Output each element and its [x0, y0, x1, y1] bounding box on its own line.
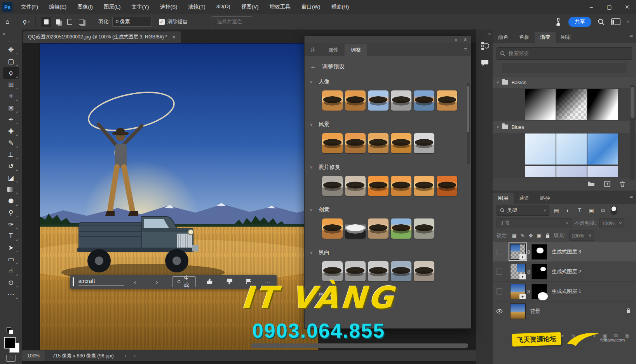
hidden-eye-checkbox[interactable]: [496, 269, 502, 275]
status-chevron-icon[interactable]: ›: [121, 353, 130, 359]
document-tab[interactable]: QQ截图20230519030002.jpg @ 100% (生成式图层 3, …: [23, 31, 181, 43]
preset-thumbnail-照片修复-5[interactable]: [414, 176, 434, 196]
next-variation-button[interactable]: ›: [146, 279, 168, 285]
layer-row-背景[interactable]: 背景: [493, 302, 636, 321]
gradient-swatch-blues-3[interactable]: [587, 133, 618, 165]
version-history-icon[interactable]: [479, 40, 491, 52]
menu-滤镜(T)[interactable]: 滤镜(T): [184, 2, 210, 12]
crop-tool[interactable]: ⌗: [3, 90, 19, 102]
gradients-menu-icon[interactable]: ≡: [630, 33, 633, 39]
type-tool[interactable]: T: [3, 230, 19, 242]
preset-thumbnail-风景-1[interactable]: [322, 133, 343, 153]
share-button[interactable]: 共享: [568, 17, 591, 27]
preset-thumbnail-创意-5[interactable]: [414, 218, 434, 239]
layer-mask-thumbnail[interactable]: [531, 264, 547, 279]
gradient-swatch-basics-1[interactable]: [525, 89, 556, 120]
layer-mask-thumbnail[interactable]: [531, 244, 547, 260]
scrollbar-thumb[interactable]: [251, 343, 468, 348]
gradient-swatch-basics-2[interactable]: [556, 89, 587, 120]
dodge-tool[interactable]: ⚲: [3, 207, 19, 218]
menu-文字(Y)[interactable]: 文字(Y): [127, 2, 154, 12]
visibility-cell[interactable]: [493, 282, 506, 301]
panel-scrollbar[interactable]: [467, 83, 470, 164]
layer-row-生成式图层 3[interactable]: ✦8生成式图层 3: [493, 242, 636, 262]
hidden-eye-checkbox[interactable]: [496, 288, 502, 295]
lock-position-icon[interactable]: ✥: [529, 233, 533, 239]
menu-3D(D)[interactable]: 3D(D): [212, 2, 235, 12]
filter-smart-objects-icon[interactable]: ⧉: [598, 207, 608, 214]
chevron-down-icon[interactable]: ˅: [627, 20, 629, 24]
menu-增效工具[interactable]: 增效工具: [265, 2, 295, 12]
category-header-创意[interactable]: ˅创意: [310, 202, 465, 218]
back-arrow-icon[interactable]: ←: [310, 62, 317, 70]
preset-thumbnail-风景-3[interactable]: [368, 133, 389, 153]
workspace-icon[interactable]: [611, 18, 620, 25]
menu-视图(V)[interactable]: 视图(V): [237, 2, 263, 12]
preset-thumbnail-风景-4[interactable]: [391, 133, 411, 153]
layers-tab-3[interactable]: 路径: [535, 193, 556, 204]
visibility-cell[interactable]: [493, 262, 506, 281]
preset-thumbnail-黑白-3[interactable]: [368, 261, 389, 281]
gradient-swatch-blues-1[interactable]: [525, 133, 556, 165]
preset-thumbnail-创意-3[interactable]: [368, 218, 389, 239]
preset-thumbnail-照片修复-3[interactable]: [368, 176, 389, 196]
gradients-tab-2[interactable]: 色板: [514, 32, 535, 43]
feather-input[interactable]: 0 像素: [112, 17, 152, 27]
layer-row-生成式图层 2[interactable]: ✦8生成式图层 2: [493, 262, 636, 282]
gradients-tab-3[interactable]: 渐变: [535, 32, 556, 43]
category-header-人像[interactable]: ˅人像: [310, 74, 465, 90]
zoom-level[interactable]: 100%: [22, 350, 45, 361]
frame-tool[interactable]: ⊠: [3, 102, 19, 114]
adjustments-tab-2[interactable]: 属性: [322, 44, 345, 56]
new-gradient-icon[interactable]: [604, 181, 610, 187]
filter-adjustment-layers-icon[interactable]: ◐: [563, 207, 573, 213]
gradients-tab-1[interactable]: 颜色: [493, 32, 514, 43]
new-selection-icon[interactable]: [41, 17, 51, 27]
healing-brush-tool[interactable]: ✚: [3, 125, 19, 137]
close-button[interactable]: ✕: [618, 0, 636, 14]
gradients-scrollbar[interactable]: [630, 85, 635, 180]
filter-type-layers-icon[interactable]: T: [575, 207, 584, 213]
preset-thumbnail-黑白-1[interactable]: [322, 261, 343, 281]
clone-stamp-tool[interactable]: ⊥: [3, 149, 19, 160]
gradient-swatch-blues-2[interactable]: [556, 133, 587, 165]
intersect-selection-icon[interactable]: [76, 17, 86, 27]
quick-mask-icon[interactable]: [6, 355, 16, 362]
layer-mask-thumbnail[interactable]: [531, 284, 547, 299]
adjustments-tab-3[interactable]: 调整: [345, 44, 367, 56]
visibility-cell[interactable]: [493, 302, 506, 321]
comments-icon[interactable]: [479, 57, 491, 69]
menu-文件(F)[interactable]: 文件(F): [16, 2, 43, 12]
fill-value[interactable]: 100%˅: [569, 231, 594, 241]
preset-thumbnail-照片修复-1[interactable]: [322, 176, 343, 196]
preset-thumbnail-人像-5[interactable]: [414, 90, 434, 111]
scroll-left-arrow-icon[interactable]: ‹: [130, 353, 139, 359]
thumbs-up-icon[interactable]: [200, 278, 220, 286]
marquee-tool[interactable]: ▢: [3, 55, 19, 67]
preset-thumbnail-照片修复-6[interactable]: [437, 176, 457, 196]
layer-filter-dropdown[interactable]: 类型˅: [497, 205, 549, 216]
adjustments-menu-icon[interactable]: ≡: [464, 46, 467, 52]
category-header-照片修复[interactable]: ˅照片修复: [310, 159, 465, 175]
toolbar-expand-icon[interactable]: »: [0, 29, 7, 38]
menu-帮助(H)[interactable]: 帮助(H): [326, 2, 354, 12]
preset-thumbnail-照片修复-2[interactable]: [345, 176, 366, 196]
gradient-group-header-Basics[interactable]: ˅Basics: [493, 76, 636, 88]
preset-thumbnail-人像-1[interactable]: [322, 90, 343, 111]
swap-colors-icon[interactable]: [7, 328, 15, 335]
lock-pixels-icon[interactable]: ✎: [521, 233, 525, 239]
gradient-group-header-Blues[interactable]: ˅Blues: [493, 121, 636, 133]
preset-thumbnail-黑白-4[interactable]: [391, 261, 411, 281]
preset-thumbnail-人像-3[interactable]: [368, 90, 389, 111]
maximize-button[interactable]: ▢: [600, 0, 618, 14]
previous-variation-button[interactable]: ‹: [124, 279, 146, 285]
category-header-风景[interactable]: ˅风景: [310, 117, 465, 132]
close-tab-icon[interactable]: ✕: [172, 34, 176, 40]
preset-thumbnail-黑白-2[interactable]: [345, 261, 366, 281]
subtract-selection-icon[interactable]: [64, 17, 75, 27]
search-icon[interactable]: [598, 18, 605, 26]
minimize-button[interactable]: –: [582, 0, 600, 14]
layer-thumbnail[interactable]: ✦: [510, 264, 526, 279]
eye-icon[interactable]: [496, 309, 503, 314]
zoom-tool[interactable]: ⊙: [3, 277, 19, 288]
